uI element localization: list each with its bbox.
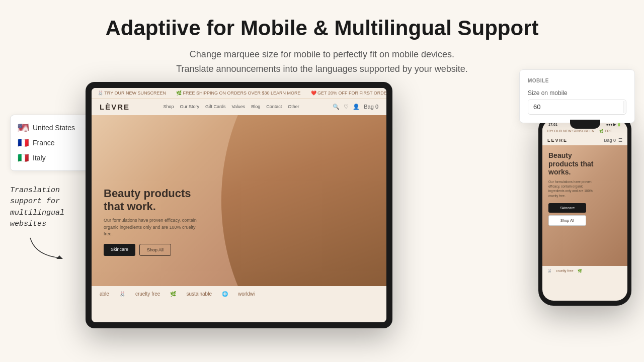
tablet-marquee-item: 🐰 TRY OUR NEW SUNSCREEN: [98, 90, 166, 96]
tablet-screen: 🐰 TRY OUR NEW SUNSCREEN 🌿 FREE SHIPPING …: [92, 88, 386, 322]
tablet-marquee-bar: 🐰 TRY OUR NEW SUNSCREEN 🌿 FREE SHIPPING …: [92, 88, 386, 99]
phone-bottom-bar: 🐰 cruelty free 🌿: [542, 266, 627, 276]
tablet-marquee-item: 🌿 FREE SHIPPING ON ORDERS OVER $30 LEARN…: [176, 90, 301, 96]
phone-bottom-item: 🐰: [547, 269, 552, 273]
search-icon: 🔍: [333, 104, 340, 110]
phone-hero-desc: Our formulations have proven efficacy, c…: [548, 179, 599, 198]
lang-it-label: Italy: [33, 154, 46, 162]
list-item[interactable]: 🇮🇹 Italy: [18, 150, 86, 165]
language-dropdown[interactable]: 🇺🇸 United States 🇫🇷 France 🇮🇹 Italy: [10, 115, 93, 171]
tablet-shopall-button[interactable]: Shop All: [139, 244, 171, 256]
phone-marquee-item: TRY OUR NEW SUNSCREEN: [546, 129, 594, 133]
phone-marquee-bar: TRY OUR NEW SUNSCREEN 🌿 FRE: [542, 128, 627, 135]
tablet-hero-desc: Our formulations have proven efficacy, c…: [104, 217, 199, 238]
heart-icon: ♡: [344, 104, 349, 110]
phone-bottom-item: 🌿: [578, 269, 582, 273]
phone-notch: [570, 120, 600, 129]
tablet-nav-links: Shop Our Story Gift Cards Values Blog Co…: [163, 104, 299, 109]
tablet-bottom-item: cruelty free: [135, 291, 160, 297]
phone-marquee-item: 🌿 FRE: [599, 129, 612, 133]
phone-time: 17:01: [548, 123, 557, 127]
settings-field-label: Size on mobile: [528, 89, 626, 97]
tablet-skincare-button[interactable]: Skincare: [104, 244, 135, 256]
phone-hero: Beauty products that works. Our formulat…: [542, 145, 627, 266]
lang-fr-label: France: [33, 139, 55, 147]
tablet-frame: 🐰 TRY OUR NEW SUNSCREEN 🌿 FREE SHIPPING …: [86, 82, 392, 328]
size-on-mobile-input[interactable]: [528, 100, 623, 114]
phone-bag-icon: Bag 0: [604, 138, 616, 143]
percent-unit: %: [623, 101, 626, 113]
phone-shopall-button[interactable]: Shop All: [548, 215, 586, 226]
tablet-nav: LÈVRE Shop Our Story Gift Cards Values B…: [92, 99, 386, 115]
settings-section-label: MOBILE: [528, 78, 626, 83]
svg-marker-0: [56, 255, 63, 259]
tablet-hero-content: Beauty products that work. Our formulati…: [104, 187, 204, 256]
curve-arrow-icon: [25, 235, 65, 262]
flag-fr-icon: 🇫🇷: [18, 138, 29, 147]
translation-note: Translation support for multilingual web…: [10, 185, 80, 230]
phone-logo: LÈVRE: [547, 138, 568, 143]
left-panel: 🇺🇸 United States 🇫🇷 France 🇮🇹 Italy Tran…: [10, 115, 93, 262]
phone-hero-content: Beauty products that works. Our formulat…: [548, 151, 599, 226]
phone-menu-icon: ☰: [618, 138, 622, 143]
bag-icon: Bag 0: [364, 104, 378, 110]
phone-status-icons: ●●● ▶ 🔋: [606, 123, 621, 127]
mobile-settings-card: MOBILE Size on mobile % ▲ ▼: [519, 69, 635, 123]
tablet-mockup: 🐰 TRY OUR NEW SUNSCREEN 🌿 FREE SHIPPING …: [86, 82, 392, 328]
tablet-bottom-item: 🌿: [170, 291, 176, 297]
tablet-bottom-bar: able 🐰 cruelty free 🌿 sustainable 🌐 worl…: [92, 286, 386, 302]
main-container: Adaptiive for Mobile & Multilingual Supp…: [0, 0, 644, 362]
tablet-bottom-item: sustainable: [186, 291, 212, 297]
phone-bottom-item: cruelty free: [556, 269, 574, 273]
tablet-cta-buttons: Skincare Shop All: [104, 244, 204, 256]
tablet-hero-title: Beauty products that work.: [104, 187, 204, 214]
flag-it-icon: 🇮🇹: [18, 153, 29, 162]
content-area: 🇺🇸 United States 🇫🇷 France 🇮🇹 Italy Tran…: [0, 84, 644, 362]
subtitle-line1: Change marquee size for mobile to perfec…: [40, 47, 604, 62]
tablet-logo: LÈVRE: [100, 103, 130, 111]
tablet-bottom-item: able: [100, 291, 109, 297]
phone-hero-title: Beauty products that works.: [548, 151, 599, 176]
phone-mockup: Change marquee size for mobile 17:01 ●●●…: [538, 115, 631, 306]
flag-us-icon: 🇺🇸: [18, 123, 29, 132]
lang-us-label: United States: [33, 124, 75, 132]
phone-nav: LÈVRE Bag 0 ☰: [542, 135, 627, 145]
user-icon: 👤: [353, 104, 360, 110]
tablet-bottom-item: 🌐: [222, 291, 228, 297]
tablet-hero: Beauty products that work. Our formulati…: [92, 115, 386, 286]
phone-skincare-button[interactable]: Skincare: [548, 203, 586, 213]
page-title: Adaptiive for Mobile & Multilingual Supp…: [40, 16, 604, 40]
phone-screen: 17:01 ●●● ▶ 🔋 TRY OUR NEW SUNSCREEN 🌿 FR…: [542, 120, 627, 301]
tablet-bottom-item: worldwi: [238, 291, 255, 297]
list-item[interactable]: 🇫🇷 France: [18, 135, 86, 150]
settings-input-row[interactable]: % ▲ ▼: [528, 100, 626, 115]
list-item[interactable]: 🇺🇸 United States: [18, 120, 86, 135]
tablet-nav-icons: 🔍 ♡ 👤 Bag 0: [333, 104, 378, 110]
tablet-marquee-item: ❤️ GET 20% OFF FOR FIRST ORDER WITH CODE…: [311, 90, 386, 96]
tablet-bottom-item: 🐰: [119, 291, 125, 297]
tablet-hero-face-bg: [180, 115, 386, 286]
phone-frame: 17:01 ●●● ▶ 🔋 TRY OUR NEW SUNSCREEN 🌿 FR…: [538, 115, 631, 306]
phone-nav-icons: Bag 0 ☰: [604, 138, 622, 143]
